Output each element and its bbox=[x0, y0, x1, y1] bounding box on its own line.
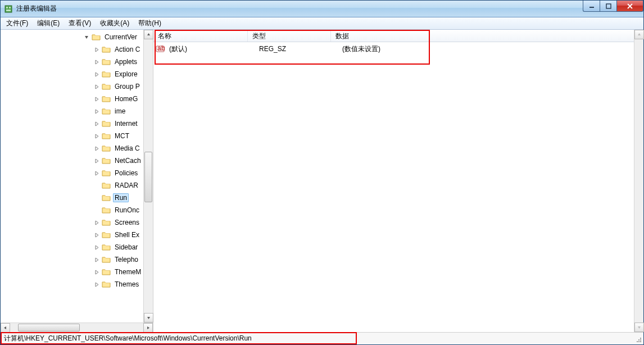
expander-closed-icon[interactable] bbox=[93, 107, 101, 115]
menu-view[interactable]: 查看(V) bbox=[65, 17, 94, 29]
expander-closed-icon[interactable] bbox=[93, 268, 101, 276]
scroll-track[interactable] bbox=[144, 39, 153, 313]
column-header-type[interactable]: 类型 bbox=[248, 30, 331, 42]
column-header-data[interactable]: 数据 bbox=[331, 30, 643, 42]
menu-favorites[interactable]: 收藏夹(A) bbox=[97, 17, 133, 29]
tree-node[interactable]: Sidebar bbox=[2, 241, 153, 253]
tree-node[interactable]: Action C bbox=[2, 43, 153, 56]
expander-closed-icon[interactable] bbox=[93, 120, 101, 128]
list-body[interactable]: ab (默认) REG_SZ (数值未设置) bbox=[153, 42, 643, 332]
list-scroll-track[interactable] bbox=[634, 39, 643, 323]
expander-closed-icon[interactable] bbox=[93, 83, 101, 90]
title-bar[interactable]: 注册表编辑器 bbox=[1, 1, 643, 17]
window-controls bbox=[583, 1, 643, 12]
status-bar: 计算机\HKEY_CURRENT_USER\Software\Microsoft… bbox=[1, 332, 643, 344]
expander-closed-icon[interactable] bbox=[93, 280, 101, 288]
folder-icon bbox=[102, 119, 111, 128]
column-header-name[interactable]: 名称 bbox=[153, 30, 248, 42]
tree-node[interactable]: RunOnc bbox=[2, 204, 153, 216]
tree-node-label: NetCach bbox=[113, 156, 143, 165]
list-row[interactable]: ab (默认) REG_SZ (数值未设置) bbox=[153, 43, 643, 55]
folder-icon bbox=[102, 156, 111, 165]
folder-icon bbox=[102, 144, 111, 153]
tree-node-currentversion[interactable]: CurrentVer bbox=[2, 31, 153, 43]
hscroll-track[interactable] bbox=[10, 323, 143, 333]
tree-node-label: Policies bbox=[113, 169, 139, 178]
tree-node[interactable]: Internet bbox=[2, 117, 153, 130]
tree-node-label: Sidebar bbox=[113, 243, 139, 252]
tree-node[interactable]: ThemeM bbox=[2, 266, 153, 278]
tree-node[interactable]: Media C bbox=[2, 142, 153, 155]
svg-rect-3 bbox=[6, 10, 11, 11]
list-scroll-up-button[interactable] bbox=[634, 30, 644, 39]
app-icon bbox=[4, 4, 13, 13]
menu-file[interactable]: 文件(F) bbox=[3, 17, 31, 29]
scroll-right-button[interactable] bbox=[143, 323, 153, 333]
tree-node-label: Explore bbox=[113, 70, 139, 79]
hscroll-thumb[interactable] bbox=[18, 324, 80, 332]
folder-icon bbox=[102, 107, 111, 116]
tree-node[interactable]: ime bbox=[2, 105, 153, 117]
expander-closed-icon[interactable] bbox=[93, 70, 101, 78]
maximize-button[interactable] bbox=[600, 1, 616, 12]
svg-rect-13 bbox=[640, 341, 641, 342]
svg-text:ab: ab bbox=[157, 44, 165, 52]
registry-tree[interactable]: CurrentVerAction CAppletsExploreGroup PH… bbox=[1, 30, 153, 323]
tree-vertical-scrollbar[interactable] bbox=[143, 30, 153, 323]
resize-grip[interactable] bbox=[634, 335, 642, 343]
tree-node[interactable]: Policies bbox=[2, 167, 153, 179]
expander-closed-icon[interactable] bbox=[93, 58, 101, 66]
value-data: (数值未设置) bbox=[340, 44, 643, 54]
expander-closed-icon[interactable] bbox=[93, 95, 101, 103]
expander-closed-icon[interactable] bbox=[93, 144, 101, 152]
tree-node[interactable]: Explore bbox=[2, 68, 153, 80]
tree-node[interactable]: Group P bbox=[2, 80, 153, 93]
tree-node[interactable]: Telepho bbox=[2, 253, 153, 266]
scroll-down-button[interactable] bbox=[144, 313, 153, 323]
tree-node[interactable]: RADAR bbox=[2, 179, 153, 192]
menu-edit[interactable]: 编辑(E) bbox=[34, 17, 63, 29]
close-button[interactable] bbox=[616, 1, 643, 12]
folder-icon bbox=[102, 193, 111, 202]
tree-horizontal-scrollbar[interactable] bbox=[1, 323, 153, 332]
expander-closed-icon[interactable] bbox=[93, 169, 101, 177]
folder-icon bbox=[102, 243, 111, 252]
tree-node-label: Media C bbox=[113, 144, 142, 153]
expander-closed-icon[interactable] bbox=[93, 256, 101, 264]
scroll-left-button[interactable] bbox=[1, 323, 10, 333]
tree-node[interactable]: Applets bbox=[2, 56, 153, 68]
tree-node[interactable]: MCT bbox=[2, 130, 153, 142]
tree-node-label: Applets bbox=[113, 57, 139, 66]
tree-node-label: Screens bbox=[113, 218, 141, 227]
expander-closed-icon[interactable] bbox=[93, 132, 101, 140]
tree-node[interactable]: Themes bbox=[2, 278, 153, 290]
menu-help[interactable]: 帮助(H) bbox=[135, 17, 165, 29]
folder-icon bbox=[102, 218, 111, 227]
registry-editor-window: 注册表编辑器 文件(F) 编辑(E) 查看(V) 收藏夹(A) 帮助(H) Cu… bbox=[0, 0, 644, 345]
status-path: 计算机\HKEY_CURRENT_USER\Software\Microsoft… bbox=[4, 334, 252, 343]
folder-icon bbox=[102, 57, 111, 66]
tree-node[interactable]: Screens bbox=[2, 216, 153, 229]
tree-node[interactable]: HomeG bbox=[2, 93, 153, 105]
expander-closed-icon[interactable] bbox=[93, 46, 101, 53]
list-vertical-scrollbar[interactable] bbox=[634, 30, 643, 332]
svg-rect-1 bbox=[6, 7, 8, 8]
expander-closed-icon[interactable] bbox=[93, 231, 101, 239]
list-scroll-down-button[interactable] bbox=[634, 323, 644, 332]
svg-rect-5 bbox=[606, 4, 611, 8]
expander-closed-icon[interactable] bbox=[93, 219, 101, 226]
expander-closed-icon[interactable] bbox=[93, 243, 101, 251]
expander-closed-icon[interactable] bbox=[93, 157, 101, 165]
svg-rect-0 bbox=[5, 6, 12, 12]
scroll-thumb[interactable] bbox=[144, 152, 152, 202]
folder-icon bbox=[102, 230, 111, 239]
svg-rect-9 bbox=[638, 339, 640, 341]
scroll-up-button[interactable] bbox=[144, 30, 153, 39]
minimize-button[interactable] bbox=[583, 1, 600, 12]
tree-node[interactable]: Shell Ex bbox=[2, 229, 153, 241]
tree-node[interactable]: Run bbox=[2, 192, 153, 204]
tree-node-label: Action C bbox=[113, 45, 142, 54]
tree-node[interactable]: NetCach bbox=[2, 155, 153, 167]
expander-open-icon[interactable] bbox=[83, 33, 90, 41]
tree-pane: CurrentVerAction CAppletsExploreGroup PH… bbox=[1, 30, 153, 332]
